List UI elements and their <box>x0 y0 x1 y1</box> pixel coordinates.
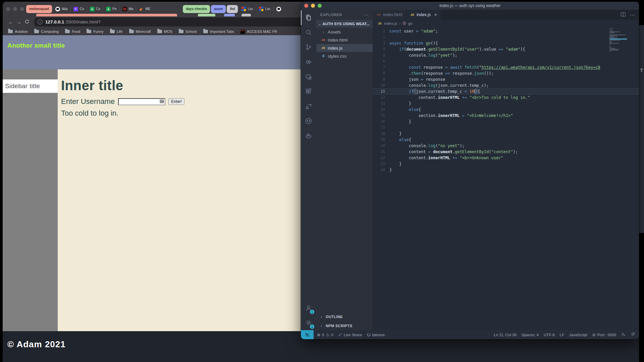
source-control-icon[interactable] <box>301 40 316 55</box>
browser-tab[interactable]: Pe <box>104 5 119 13</box>
browser-tab-melonsquad[interactable]: melonsquad <box>26 5 52 13</box>
docker-icon[interactable] <box>301 128 316 143</box>
code-line[interactable]: 23 } <box>373 161 639 167</box>
code-line[interactable]: 12 content.innerHTML += "<br>Too cold to… <box>373 95 639 101</box>
autofill-icon[interactable] <box>160 100 164 103</box>
code-line[interactable]: 4 if(document.getElementById("user").val… <box>373 46 639 52</box>
browser-tab[interactable]: Ma <box>120 5 136 13</box>
browser-tab[interactable]: Loc <box>257 5 273 13</box>
bookmark-folder[interactable]: Computing <box>34 29 59 34</box>
browser-tab[interactable]: ME <box>137 5 153 13</box>
code-editor[interactable]: 1const user = "adam";23async function go… <box>373 27 639 330</box>
username-input[interactable] <box>118 98 165 105</box>
zoom-window-button[interactable] <box>20 7 24 11</box>
bookmark-folder[interactable]: Life <box>110 29 123 34</box>
bookmark-folder[interactable]: Important Tabs <box>203 29 234 34</box>
code-line[interactable]: 20 console.log("no yeet"); <box>373 143 639 149</box>
bookmark-folder[interactable]: Aviation <box>8 29 28 34</box>
code-line[interactable]: 18 } <box>373 131 639 137</box>
bookmark-folder[interactable]: MOS <box>157 29 172 34</box>
reload-button[interactable] <box>23 19 31 25</box>
code-line[interactable]: 13 } <box>373 101 639 107</box>
browser-window-controls[interactable] <box>6 7 24 11</box>
editor-tab-index-js[interactable]: JS index.js × <box>406 10 441 20</box>
encoding[interactable]: UTF-8 <box>544 333 555 337</box>
code-line[interactable]: 15 section.innerHTML = "<h1>Welcome!</h1… <box>373 113 639 119</box>
code-line[interactable]: 11 if(json.current.temp_c < 10){ <box>373 88 639 95</box>
file-row-index-html[interactable]: <> index.html <box>316 36 373 44</box>
bookmark-folder[interactable]: Minecraft <box>129 29 151 34</box>
remote-explorer-icon[interactable] <box>301 69 316 84</box>
code-line[interactable]: 9 json = response <box>373 76 639 82</box>
code-line[interactable]: 17 <box>373 125 639 131</box>
bookmark-folder[interactable]: Food <box>65 29 80 34</box>
minimize-window-button[interactable] <box>311 4 315 8</box>
code-line[interactable]: 3async function go(){ <box>373 40 639 46</box>
github-icon[interactable] <box>301 114 316 128</box>
code-line[interactable]: 2 <box>373 34 639 40</box>
code-line[interactable]: 16 } <box>373 119 639 125</box>
indentation[interactable]: Spaces: 4 <box>522 333 539 337</box>
bookmark-access-mac[interactable]: ACCESS MAC FR <box>240 29 277 34</box>
code-line[interactable]: 6 <box>373 58 639 64</box>
back-button[interactable]: ← <box>7 19 15 25</box>
settings-gear-icon[interactable]: 1 <box>301 315 316 330</box>
browser-tab-lhd[interactable]: lhd <box>227 5 238 13</box>
language-mode[interactable]: JavaScript <box>569 333 587 337</box>
editor-tab-index-html[interactable]: <> index.html <box>373 10 406 20</box>
close-window-button[interactable] <box>304 4 308 8</box>
run-debug-icon[interactable] <box>301 55 316 69</box>
tabnine-status[interactable]: tabnine <box>367 333 385 337</box>
browser-tab[interactable]: Co <box>88 5 103 13</box>
file-row-assets[interactable]: › Assets <box>316 28 373 36</box>
extensions-icon[interactable] <box>301 84 316 99</box>
outline-section[interactable]: › OUTLINE <box>316 312 373 321</box>
close-tab-icon[interactable]: × <box>434 12 437 17</box>
file-row-index-js[interactable]: JS index.js <box>316 44 373 52</box>
vscode-titlebar[interactable]: index.js — auth sys using weather <box>301 2 639 10</box>
forward-button[interactable]: → <box>15 19 23 25</box>
code-line[interactable]: 19 else{ <box>373 137 639 143</box>
minimize-window-button[interactable] <box>13 7 17 11</box>
enter-button[interactable]: Enter! <box>168 98 184 105</box>
browser-tab[interactable]: Ada <box>53 5 70 13</box>
accounts-icon[interactable]: 1 <box>301 301 316 315</box>
minimap[interactable] <box>609 28 627 53</box>
code-line[interactable]: 7 const response = await fetch("https://… <box>373 64 639 70</box>
code-line[interactable]: 1const user = "adam"; <box>373 28 639 34</box>
bookmark-folder[interactable]: School <box>179 29 197 34</box>
search-icon[interactable] <box>301 25 316 40</box>
code-line[interactable]: 10 console.log(json.current.temp_c); <box>373 82 639 88</box>
bookmark-folder[interactable]: Funny <box>87 29 104 34</box>
browser-tab[interactable]: Co <box>71 5 87 13</box>
code-line[interactable]: 21 content = document.getElementById("co… <box>373 149 639 155</box>
browser-tab-azure[interactable]: azure <box>211 5 226 13</box>
more-actions-icon[interactable]: ⋯ <box>630 12 635 18</box>
split-editor-icon[interactable] <box>621 12 626 18</box>
code-line[interactable]: 14 else{ <box>373 107 639 113</box>
problems-indicator[interactable]: ⊗ 0 ⚠ 0 <box>317 333 333 337</box>
remote-indicator[interactable] <box>301 330 314 339</box>
breadcrumbs[interactable]: JS index.js › go <box>373 20 639 27</box>
close-window-button[interactable] <box>6 7 10 11</box>
eol[interactable]: LF <box>560 333 564 337</box>
cursor-position[interactable]: Ln 11, Col 36 <box>494 333 517 337</box>
explorer-icon[interactable] <box>301 10 316 25</box>
zoom-window-button[interactable] <box>318 4 322 8</box>
browser-tab[interactable] <box>274 5 283 13</box>
code-line[interactable]: 24} <box>373 167 639 173</box>
feedback-icon[interactable] <box>621 332 626 337</box>
notifications-bell-icon[interactable] <box>631 332 635 337</box>
port-status[interactable]: ⊘ Port : 5500 <box>592 333 616 337</box>
code-line[interactable]: 22 content.innerHTML += "<br>Unknown use… <box>373 155 639 161</box>
browser-tab[interactable]: Loc <box>239 5 255 13</box>
code-line[interactable]: 5 console.log("yeet"); <box>373 52 639 58</box>
project-root-row[interactable]: ⌄ AUTH SYS USING WEAT... <box>316 20 373 28</box>
live-share-icon[interactable] <box>301 99 316 114</box>
browser-tab-days-checkin[interactable]: days checkin <box>183 5 210 13</box>
explorer-more-icon[interactable]: ⋯ <box>364 12 369 17</box>
npm-scripts-section[interactable]: › NPM SCRIPTS <box>316 321 373 330</box>
live-share-status[interactable]: Live Share <box>338 333 362 337</box>
vscode-window-controls[interactable] <box>304 4 322 8</box>
site-info-icon[interactable]: i <box>38 19 43 24</box>
